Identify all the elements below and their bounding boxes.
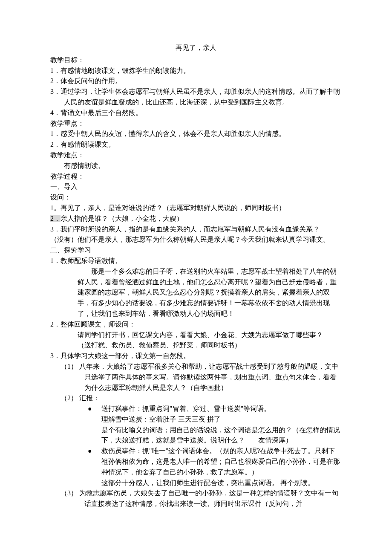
section-2-item-3-sub-1: （1） 八年来，大娘给了志愿军很多关心和帮助，让志愿军战士感受到了慈母般的温暖，… bbox=[50, 361, 342, 393]
section-2-item-2-body-1: 请同学们打开书，回忆课文内容，看看大娘、小金花、大嫂为志愿军做了哪些事？ bbox=[50, 330, 342, 341]
sub-3-head: （3） bbox=[61, 489, 78, 497]
section-2-item-3-sub-2-head: （2） 汇报： bbox=[50, 393, 342, 404]
section-1-q2: 2．亲人指的是谁？（大娘，小金花，大嫂） bbox=[50, 214, 342, 224]
focus-item-1: 1．感受中朝人民的友谊，懂得亲人的含义，体会不是亲人却胜似亲人的情感。 bbox=[50, 129, 342, 139]
goal-item-4: 4．背诵文中最后三个自然段。 bbox=[50, 108, 342, 119]
section-2-item-1-body: 那是一个多么难忘的日子呀，在送别的火车站里，志愿军战士望着相处了八年的朝鲜人民，… bbox=[50, 266, 342, 319]
section-2-item-3-sub-3: （3） 为救志愿军伤员，大娘失去了自己唯一的小孙孙，这是一种怎样的情谊呀？文中有… bbox=[50, 488, 342, 509]
section-1-heading: 一、导入 bbox=[50, 182, 342, 192]
document-page: 再见了，亲人 教学目标： 1．有感情地朗读课文，锻炼学生的朗读能力。 2．体会反… bbox=[0, 0, 392, 555]
sub-1-head: （1） bbox=[61, 363, 78, 370]
section-1-q2-body: 亲人指的是谁？（大娘，小金花，大嫂） bbox=[61, 215, 183, 222]
document-title: 再见了，亲人 bbox=[50, 43, 342, 53]
bullet-item-2-l2: 这部分十分感人，让我们师生进行配合读，突出重点词语。 再个别读。 bbox=[50, 478, 342, 489]
sub-3-body: 为救志愿军伤员，大娘失去了自己唯一的小孙孙，这是一种怎样的情谊呀？文中有一句话直… bbox=[79, 489, 338, 507]
bullet-item-1-l1: ●送打糕事件：抓重点词"冒着、穿过、雪中送炭"等词语。 bbox=[50, 404, 342, 414]
heading-process: 教学过程： bbox=[50, 171, 342, 182]
bullet-item-1-l2: 理解雪中送炭：空着肚子 三天三夜 拼了 bbox=[50, 414, 342, 425]
goal-item-3: 3．通过学习，让学生体会志愿军与朝鲜人民虽不是亲人，却胜似亲人的这种情感。从而了… bbox=[50, 87, 342, 108]
bullet-icon: ● bbox=[88, 446, 101, 457]
difficulty-body: 有感情朗读。 bbox=[50, 161, 342, 171]
bullet-icon: ● bbox=[88, 404, 101, 414]
heading-focus: 教学重点： bbox=[50, 119, 342, 129]
highlighted-prefix: 2． bbox=[50, 215, 61, 222]
section-2-item-2-head: 2．整体回顾课文，师设问： bbox=[50, 319, 342, 330]
bullet-item-2-l1: ●救伤员事件：抓"唯一"这个词语体会。（别的亲人呢?在战争中死去了。只剩下祖孙俩… bbox=[50, 446, 342, 477]
section-1-q1: 1。再见了，亲人，是谁对谁说的话？（志愿军对朝鲜人民说的，师同时板书） bbox=[50, 203, 342, 214]
heading-goals: 教学目标： bbox=[50, 55, 342, 66]
goal-item-1: 1．有感情地朗读课文，锻炼学生的朗读能力。 bbox=[50, 66, 342, 76]
sub-1-body: 八年来，大娘给了志愿军很多关心和帮助，让志愿军战士感受到了慈母般的温暖，文中只选… bbox=[79, 363, 338, 391]
section-2-item-2-body-2: （送打糕、救伤员、救侦察员、挖野菜，师同时板书） bbox=[50, 340, 342, 351]
section-1-sub: 设问： bbox=[50, 192, 342, 203]
bullet-1-l1-text: 送打糕事件：抓重点词"冒着、穿过、雪中送炭"等词语。 bbox=[101, 405, 271, 412]
section-1-q3-l2: （没有）他们不是亲人，那志愿军为什么称朝鲜人民是亲人呢？今天我们就来认真学习课文… bbox=[50, 234, 342, 245]
goal-item-2: 2．体会反问句的作用。 bbox=[50, 76, 342, 87]
bullet-item-1-l3: 是个有比喻义的词语；用自己的话说说，这个词语是怎么用的？（在怎样的情况下，大娘送… bbox=[50, 425, 342, 446]
heading-difficulty: 教学难点： bbox=[50, 150, 342, 161]
section-2-item-1-head: 1．教师配乐导语激情。 bbox=[50, 256, 342, 266]
section-2-heading: 二、探究学习 bbox=[50, 245, 342, 256]
section-1-q3-l1: 3．我们平时所说的亲人，指的是有血缘关系的人，而志愿军与朝鲜人民有没有血缘关系？ bbox=[50, 224, 342, 235]
bullet-2-l1-text: 救伤员事件：抓"唯一"这个词语体会。（别的亲人呢?在战争中死去了。只剩下祖孙俩相… bbox=[101, 447, 340, 476]
section-2-item-3-head: 3．具体学习大娘这一部分，课文第一自然段。 bbox=[50, 351, 342, 361]
focus-item-2: 2．有感情朗读课文。 bbox=[50, 139, 342, 150]
